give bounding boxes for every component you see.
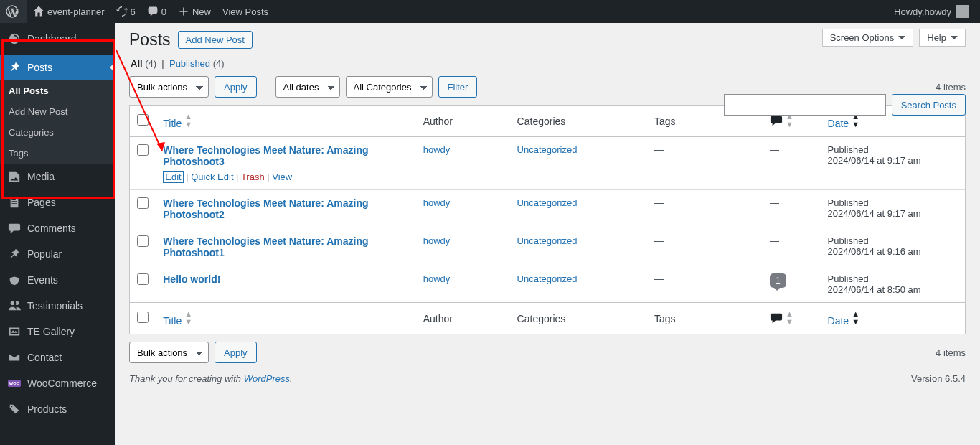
sidebar-label: Popular — [27, 248, 62, 260]
category-link[interactable]: Uncategorized — [517, 235, 578, 246]
trash-link[interactable]: Trash — [241, 172, 265, 182]
author-link[interactable]: howdy — [423, 144, 451, 155]
submenu-add-new[interactable]: Add New Post — [0, 101, 115, 122]
sidebar-item-contact[interactable]: Contact — [0, 345, 115, 370]
sidebar-item-gallery[interactable]: TE Gallery — [0, 319, 115, 345]
select-all-checkbox-top[interactable] — [137, 114, 149, 126]
sidebar-item-posts[interactable]: Posts — [0, 55, 115, 80]
table-row: Where Technologies Meet Nature: Amazing … — [130, 228, 965, 266]
apply-button-top[interactable]: Apply — [215, 76, 257, 98]
category-filter-select[interactable]: All Categories — [346, 76, 433, 98]
post-title-link[interactable]: Where Technologies Meet Nature: Amazing … — [163, 197, 368, 220]
category-link[interactable]: Uncategorized — [517, 144, 578, 155]
new-label: New — [192, 6, 211, 17]
search-button[interactable]: Search Posts — [892, 94, 966, 116]
comments-cell: 1 — [763, 266, 821, 302]
post-title-link[interactable]: Where Technologies Meet Nature: Amazing … — [163, 144, 368, 167]
wordpress-link[interactable]: WordPress — [244, 373, 290, 384]
sidebar-label: WooCommerce — [27, 378, 97, 389]
comments-cell: — — [763, 228, 821, 266]
edit-link[interactable]: Edit — [163, 171, 183, 183]
howdy-prefix: Howdy, — [894, 6, 924, 17]
col-title-bottom[interactable]: Title▲▼ — [156, 302, 415, 334]
apply-button-bottom[interactable]: Apply — [215, 342, 257, 363]
post-title-link[interactable]: Hello world! — [163, 273, 220, 285]
dashboard-icon — [7, 32, 22, 46]
bulk-actions-select[interactable]: Bulk actions — [129, 76, 209, 98]
new-link[interactable]: New — [172, 0, 217, 23]
media-icon — [7, 169, 22, 184]
add-new-post-button[interactable]: Add New Post — [178, 31, 253, 49]
submenu-all-posts[interactable]: All Posts — [0, 80, 115, 101]
sort-icon: ▲▼ — [852, 310, 859, 326]
sidebar-label: TE Gallery — [27, 326, 75, 337]
sidebar-label: Events — [27, 274, 58, 286]
category-link[interactable]: Uncategorized — [517, 273, 578, 284]
view-filters: All (4) | Published (4) — [131, 58, 966, 69]
row-checkbox[interactable] — [137, 197, 149, 209]
sidebar-item-popular[interactable]: Popular — [0, 241, 115, 267]
comment-icon — [147, 6, 159, 17]
quick-edit-link[interactable]: Quick Edit — [191, 172, 233, 182]
view-link[interactable]: View — [272, 172, 292, 182]
col-date-bottom[interactable]: Date▲▼ — [821, 302, 965, 334]
submenu-tags[interactable]: Tags — [0, 143, 115, 164]
author-link[interactable]: howdy — [423, 197, 451, 208]
row-checkbox[interactable] — [137, 144, 149, 156]
row-checkbox[interactable] — [137, 273, 149, 285]
site-name-link[interactable]: event-planner — [27, 0, 110, 23]
select-all-checkbox-bottom[interactable] — [137, 312, 149, 323]
comment-count-badge[interactable]: 1 — [770, 273, 786, 288]
items-count-bottom: 4 items — [936, 347, 966, 358]
filter-published-link[interactable]: Published (4) — [169, 58, 225, 69]
comments-icon — [7, 221, 22, 235]
bulk-actions-select-bottom[interactable]: Bulk actions — [129, 342, 209, 363]
admin-sidebar: Dashboard Posts All Posts Add New Post C… — [0, 23, 115, 445]
category-link[interactable]: Uncategorized — [517, 197, 578, 208]
sidebar-item-woocommerce[interactable]: WOOWooCommerce — [0, 370, 115, 396]
sidebar-item-products[interactable]: Products — [0, 396, 115, 422]
howdy-link[interactable]: Howdy, howdy — [888, 0, 974, 23]
post-title-link[interactable]: Where Technologies Meet Nature: Amazing … — [163, 235, 368, 258]
comments-cell: — — [763, 190, 821, 228]
view-posts-link[interactable]: View Posts — [217, 0, 274, 23]
posts-table: Title▲▼ Author Categories Tags ▲▼ Date▲▼… — [129, 105, 966, 334]
col-title[interactable]: Title▲▼ — [156, 106, 415, 137]
sidebar-label: Dashboard — [27, 33, 77, 44]
row-checkbox[interactable] — [137, 235, 149, 247]
gallery-icon — [7, 324, 22, 339]
updates-link[interactable]: 6 — [110, 0, 141, 23]
tags-cell: — — [647, 190, 763, 228]
thanks-text: Thank you for creating with — [129, 373, 244, 384]
row-actions: Edit | Quick Edit | Trash | View — [163, 172, 408, 182]
date-cell: Published2024/06/14 at 9:17 am — [821, 190, 965, 228]
sidebar-item-comments[interactable]: Comments — [0, 215, 115, 241]
filter-button[interactable]: Filter — [438, 76, 478, 98]
sidebar-item-media[interactable]: Media — [0, 164, 115, 189]
author-link[interactable]: howdy — [423, 273, 451, 284]
comments-count: 0 — [161, 6, 166, 17]
col-comments-bottom[interactable]: ▲▼ — [763, 302, 821, 334]
sidebar-item-events[interactable]: Events — [0, 267, 115, 293]
page-title: Posts — [129, 30, 171, 50]
woocommerce-icon: WOO — [7, 376, 22, 390]
date-filter-select[interactable]: All dates — [275, 76, 340, 98]
comments-link[interactable]: 0 — [141, 0, 172, 23]
sidebar-item-testimonials[interactable]: Testimonials — [0, 293, 115, 319]
screen-options-button[interactable]: Screen Options — [822, 29, 914, 47]
plus-icon — [178, 6, 189, 17]
help-label: Help — [927, 32, 946, 43]
author-link[interactable]: howdy — [423, 235, 451, 246]
table-row: Hello world! howdy Uncategorized — 1 Pub… — [130, 266, 965, 302]
col-categories-bottom: Categories — [510, 302, 647, 334]
contact-icon — [7, 350, 22, 365]
search-input[interactable] — [724, 94, 886, 116]
col-author-bottom: Author — [416, 302, 510, 334]
date-cell: Published2024/06/14 at 9:17 am — [821, 137, 965, 190]
home-icon — [33, 6, 44, 17]
sidebar-item-pages[interactable]: Pages — [0, 189, 115, 215]
submenu-categories[interactable]: Categories — [0, 122, 115, 143]
wp-logo[interactable] — [0, 0, 27, 23]
help-button[interactable]: Help — [919, 29, 966, 47]
sidebar-item-dashboard[interactable]: Dashboard — [0, 23, 115, 55]
